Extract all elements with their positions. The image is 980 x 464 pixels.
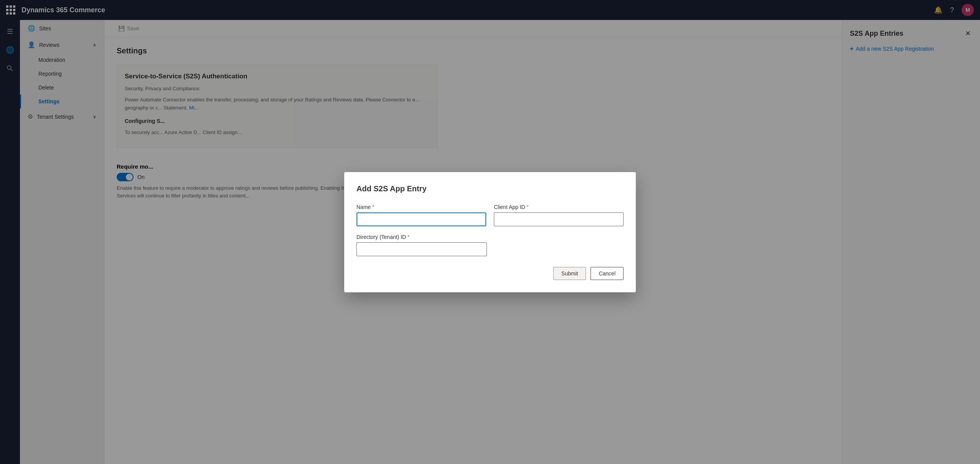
submit-button[interactable]: Submit <box>553 267 586 280</box>
client-required-indicator: * <box>527 204 529 210</box>
directory-tenant-id-input[interactable] <box>356 242 487 256</box>
client-app-id-input[interactable] <box>494 212 624 226</box>
name-required-indicator: * <box>372 204 374 210</box>
modal-dialog: Add S2S App Entry Name * Client App ID * <box>344 172 636 292</box>
name-label: Name * <box>356 204 486 210</box>
modal-title: Add S2S App Entry <box>356 184 624 193</box>
modal-overlay: Add S2S App Entry Name * Client App ID * <box>0 0 980 464</box>
modal-actions: Submit Cancel <box>356 267 624 280</box>
directory-tenant-id-field-group: Directory (Tenant) ID * <box>356 234 624 256</box>
submit-label: Submit <box>561 270 578 277</box>
client-app-id-field-group: Client App ID * <box>494 204 624 226</box>
directory-tenant-id-label: Directory (Tenant) ID * <box>356 234 624 240</box>
client-app-id-label: Client App ID * <box>494 204 624 210</box>
cancel-label: Cancel <box>599 270 615 277</box>
cancel-button[interactable]: Cancel <box>591 267 624 280</box>
name-field-group: Name * <box>356 204 486 226</box>
modal-fields: Name * Client App ID * Directory (Tenant… <box>356 204 624 256</box>
name-input[interactable] <box>356 212 486 226</box>
directory-required-indicator: * <box>408 234 409 240</box>
